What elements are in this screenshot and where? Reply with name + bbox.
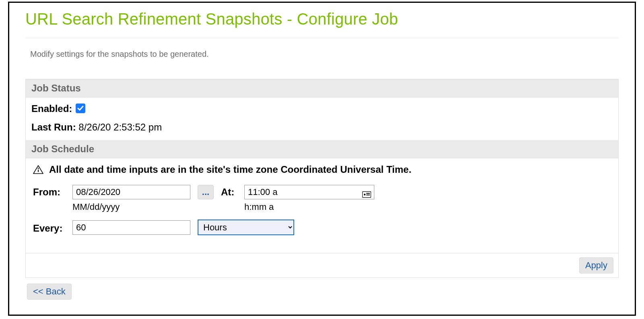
every-value-input[interactable] <box>72 220 190 235</box>
config-panel: Job Status Enabled: Last Run: 8/26/20 2:… <box>25 79 619 278</box>
apply-button[interactable]: Apply <box>579 257 613 273</box>
last-run-label: Last Run: <box>31 122 76 133</box>
time-picker-icon[interactable] <box>362 189 371 195</box>
from-row: From: MM/dd/yyyy ... At: <box>33 185 611 212</box>
svg-point-3 <box>364 194 365 195</box>
every-label: Every: <box>33 221 65 234</box>
last-run-row: Last Run: 8/26/20 2:53:52 pm <box>31 122 613 133</box>
page-subtitle: Modify settings for the snapshots to be … <box>30 50 619 59</box>
at-time-hint: h:mm a <box>244 202 374 212</box>
title-divider <box>25 38 619 38</box>
page-frame: URL Search Refinement Snapshots - Config… <box>8 2 636 316</box>
job-schedule-body: All date and time inputs are in the site… <box>26 158 618 253</box>
timezone-notice: All date and time inputs are in the site… <box>33 164 611 175</box>
timezone-notice-text: All date and time inputs are in the site… <box>49 164 411 175</box>
at-time-input[interactable] <box>244 185 374 199</box>
svg-point-0 <box>38 168 39 169</box>
enabled-label: Enabled: <box>31 103 72 114</box>
job-status-heading: Job Status <box>26 79 618 97</box>
back-button[interactable]: << Back <box>27 284 72 300</box>
svg-rect-4 <box>366 193 370 194</box>
enabled-checkbox[interactable] <box>76 104 85 113</box>
from-date-hint: MM/dd/yyyy <box>72 202 190 212</box>
svg-rect-1 <box>38 170 39 172</box>
last-run-value: 8/26/20 2:53:52 pm <box>78 122 162 133</box>
from-date-input[interactable] <box>72 185 190 199</box>
back-row: << Back <box>25 284 619 300</box>
apply-bar: Apply <box>26 253 618 278</box>
job-status-body: Enabled: Last Run: 8/26/20 2:53:52 pm <box>26 97 618 140</box>
enabled-row: Enabled: <box>31 103 613 114</box>
every-unit-select[interactable]: Hours <box>198 220 294 235</box>
check-icon <box>77 105 84 112</box>
svg-rect-5 <box>366 195 370 195</box>
date-picker-button[interactable]: ... <box>198 185 214 199</box>
info-triangle-icon <box>33 165 43 174</box>
at-label: At: <box>221 185 237 198</box>
every-row: Every: Hours <box>33 220 611 235</box>
page-title: URL Search Refinement Snapshots - Config… <box>25 10 619 28</box>
job-schedule-heading: Job Schedule <box>26 140 618 158</box>
from-label: From: <box>33 185 65 198</box>
